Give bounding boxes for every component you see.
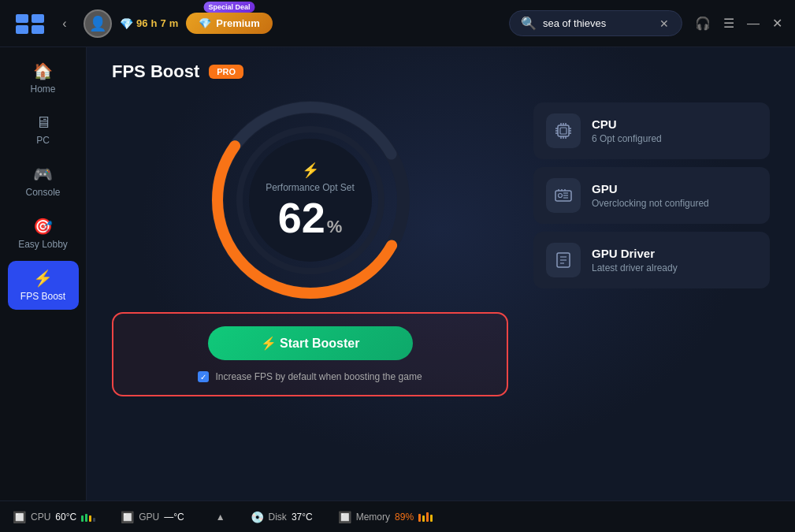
status-gpu-label: GPU bbox=[139, 512, 159, 523]
gpu-driver-card[interactable]: GPU Driver Latest driver already bbox=[533, 232, 770, 288]
svg-rect-2 bbox=[16, 25, 28, 34]
search-clear-button[interactable]: ✕ bbox=[659, 17, 669, 30]
status-cpu-bars bbox=[81, 512, 95, 522]
gpu-driver-subtitle: Latest driver already bbox=[592, 262, 678, 273]
pc-icon: 🖥 bbox=[35, 113, 51, 132]
status-cpu: 🔲 CPU 60°C bbox=[13, 511, 95, 523]
mem-bar-1 bbox=[418, 514, 421, 522]
content-area: ⚡ Performance Opt Set 62 % ⚡ Start Boost… bbox=[87, 82, 795, 488]
gpu-driver-icon bbox=[554, 251, 573, 270]
status-memory-value: 89% bbox=[395, 512, 414, 523]
home-icon: 🏠 bbox=[33, 61, 53, 80]
start-booster-label: ⚡ Start Booster bbox=[261, 336, 360, 351]
svg-rect-0 bbox=[16, 14, 28, 23]
status-gpu-value: —°C bbox=[164, 512, 184, 523]
gpu-subtitle: Overclocking not configured bbox=[592, 198, 709, 209]
search-bar[interactable]: 🔍 ✕ bbox=[509, 10, 682, 36]
cpu-bar-2 bbox=[85, 514, 87, 522]
coins-display: 💎 96 h 7 m bbox=[120, 17, 178, 30]
close-button[interactable]: ✕ bbox=[772, 16, 782, 31]
gauge-center: ⚡ Performance Opt Set 62 % bbox=[266, 162, 355, 239]
minutes-value: 7 bbox=[160, 17, 165, 29]
fps-checkbox-label: Increase FPS by default when boosting th… bbox=[215, 371, 422, 382]
mem-bar-2 bbox=[422, 515, 425, 522]
header-icons: 🎧 ☰ — ✕ bbox=[695, 16, 782, 31]
menu-icon[interactable]: ☰ bbox=[723, 16, 734, 31]
console-icon: 🎮 bbox=[33, 165, 53, 184]
premium-label: Premium bbox=[216, 17, 260, 29]
gpu-icon-wrap bbox=[546, 178, 581, 213]
mem-bar-4 bbox=[430, 515, 433, 522]
gpu-card[interactable]: GPU Overclocking not configured bbox=[533, 167, 770, 224]
fps-header: FPS Boost PRO bbox=[87, 47, 795, 82]
mem-bar-3 bbox=[426, 512, 429, 522]
svg-point-24 bbox=[559, 194, 563, 198]
cpu-icon bbox=[554, 121, 573, 140]
coins-value: 96 bbox=[136, 17, 147, 29]
gauge-percent: % bbox=[327, 217, 343, 237]
gauge-label: Performance Opt Set bbox=[266, 182, 355, 193]
search-icon: 🔍 bbox=[521, 16, 537, 31]
status-disk: 💿 Disk 37°C bbox=[251, 511, 313, 523]
gpu-driver-icon-wrap bbox=[546, 243, 581, 277]
minutes-label: m bbox=[169, 17, 179, 29]
status-gpu-icon: 🔲 bbox=[121, 511, 134, 523]
sidebar-label-easy-lobby: Easy Lobby bbox=[18, 239, 68, 250]
gauge-wrapper: ⚡ Performance Opt Set 62 % bbox=[208, 98, 413, 303]
svg-rect-9 bbox=[558, 125, 569, 136]
status-memory-label: Memory bbox=[356, 512, 390, 523]
status-disk-icon: 💿 bbox=[251, 511, 264, 523]
main-content: FPS Boost PRO bbox=[87, 47, 795, 500]
start-booster-button[interactable]: ⚡ Start Booster bbox=[208, 326, 413, 360]
status-cpu-label: CPU bbox=[31, 512, 50, 523]
svg-rect-10 bbox=[560, 128, 567, 134]
gpu-text: GPU Overclocking not configured bbox=[592, 182, 709, 209]
boost-section: ⚡ Start Booster ✓ Increase FPS by defaul… bbox=[112, 312, 508, 396]
fps-boost-icon: ⚡ bbox=[33, 269, 53, 288]
hours-label: h bbox=[150, 17, 157, 29]
cpu-bar-4 bbox=[93, 518, 95, 522]
user-section: 👤 💎 96 h 7 m Special Deal 💎 Premium bbox=[84, 9, 273, 38]
back-button[interactable]: ‹ bbox=[54, 13, 76, 35]
pro-badge: PRO bbox=[209, 65, 243, 79]
gpu-driver-title: GPU Driver bbox=[592, 247, 678, 260]
status-memory: 🔲 Memory 89% bbox=[338, 511, 433, 523]
cpu-card[interactable]: CPU 6 Opt configured bbox=[533, 102, 770, 159]
fps-checkbox[interactable]: ✓ bbox=[198, 371, 209, 382]
chevron-up-icon[interactable]: ▲ bbox=[216, 512, 225, 523]
title-bar: ‹ 👤 💎 96 h 7 m Special Deal 💎 Premium 🔍 … bbox=[0, 0, 795, 47]
sidebar: 🏠 Home 🖥 PC 🎮 Console 🎯 Easy Lobby ⚡ FPS… bbox=[0, 47, 87, 500]
app-logo bbox=[13, 9, 47, 38]
status-bar: 🔲 CPU 60°C 🔲 GPU —°C ▲ 💿 Disk 37°C 🔲 Mem… bbox=[0, 500, 795, 532]
gpu-title: GPU bbox=[592, 182, 709, 195]
cpu-text: CPU 6 Opt configured bbox=[592, 117, 662, 144]
right-panel: CPU 6 Opt configured bbox=[533, 90, 770, 480]
cpu-subtitle: 6 Opt configured bbox=[592, 133, 662, 144]
svg-rect-1 bbox=[32, 14, 44, 23]
sidebar-label-console: Console bbox=[25, 187, 60, 198]
sidebar-item-pc[interactable]: 🖥 PC bbox=[8, 106, 79, 154]
cpu-bar-1 bbox=[81, 515, 84, 522]
gpu-driver-text: GPU Driver Latest driver already bbox=[592, 247, 678, 273]
sidebar-item-home[interactable]: 🏠 Home bbox=[8, 54, 79, 102]
sidebar-label-fps-boost: FPS Boost bbox=[20, 291, 65, 302]
status-memory-bars bbox=[418, 512, 433, 522]
sidebar-label-home: Home bbox=[30, 84, 55, 95]
cpu-bar-3 bbox=[89, 515, 91, 522]
gauge-value: 62 bbox=[278, 196, 325, 239]
sidebar-label-pc: PC bbox=[36, 135, 50, 146]
gpu-icon bbox=[554, 186, 573, 205]
sidebar-item-fps-boost[interactable]: ⚡ FPS Boost bbox=[8, 261, 79, 310]
status-gpu: 🔲 GPU —°C bbox=[121, 511, 184, 523]
chevron-up-item[interactable]: ▲ bbox=[210, 512, 225, 523]
support-icon[interactable]: 🎧 bbox=[695, 16, 711, 31]
sidebar-item-console[interactable]: 🎮 Console bbox=[8, 157, 79, 206]
search-input[interactable] bbox=[543, 17, 653, 29]
status-disk-value: 37°C bbox=[292, 512, 313, 523]
status-cpu-value: 60°C bbox=[55, 512, 76, 523]
cpu-icon-wrap bbox=[546, 113, 581, 148]
minimize-button[interactable]: — bbox=[747, 17, 760, 31]
sidebar-item-easy-lobby[interactable]: 🎯 Easy Lobby bbox=[8, 209, 79, 258]
premium-button[interactable]: Special Deal 💎 Premium bbox=[186, 13, 273, 34]
fps-title: FPS Boost bbox=[112, 61, 199, 82]
